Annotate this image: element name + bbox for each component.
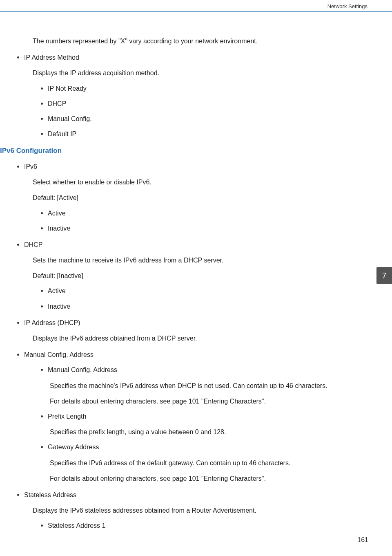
ipv6-default: Default: [Active] bbox=[33, 193, 368, 202]
dhcp-opt-0: Active bbox=[48, 286, 66, 296]
bullet-stateless: Stateless Address bbox=[17, 490, 368, 500]
stateless-title: Stateless Address bbox=[24, 490, 76, 500]
bullet-manual-sub2: Prefix Length bbox=[41, 412, 368, 421]
manual-sub3-p1: Specifies the IPv6 address of the defaul… bbox=[50, 458, 368, 468]
bullet-dot-icon bbox=[17, 322, 19, 324]
ip-dhcp-title: IP Address (DHCP) bbox=[24, 318, 80, 327]
manual-sub2-title: Prefix Length bbox=[48, 412, 86, 421]
bullet-dot-icon bbox=[17, 56, 19, 58]
ip-method-opt-2: Manual Config. bbox=[48, 114, 92, 123]
bullet-dot-icon bbox=[41, 212, 43, 214]
bullet-manual: Manual Config. Address bbox=[17, 350, 368, 359]
bullet-dot-icon bbox=[41, 446, 43, 448]
page-body: The numbers represented by "X" vary acco… bbox=[0, 31, 392, 530]
manual-sub1-p1: Specifies the machine's IPv6 address whe… bbox=[50, 381, 368, 390]
bullet-manual-sub3: Gateway Address bbox=[41, 442, 368, 452]
ip-method-opt-0: IP Not Ready bbox=[48, 84, 87, 93]
manual-title: Manual Config. Address bbox=[24, 350, 94, 359]
stateless-desc: Displays the IPv6 stateless addresses ob… bbox=[33, 506, 368, 515]
page-number: 161 bbox=[357, 536, 368, 544]
bullet-manual-sub1: Manual Config. Address bbox=[41, 365, 368, 374]
manual-sub1-p2: For details about entering characters, s… bbox=[50, 397, 368, 406]
stateless-sub-0: Stateless Address 1 bbox=[48, 521, 105, 530]
bullet-dot-icon bbox=[41, 118, 43, 120]
ip-dhcp-desc: Displays the IPv6 address obtained from … bbox=[33, 334, 368, 343]
bullet-dot-icon bbox=[41, 133, 43, 135]
bullet-ip-address-method: IP Address Method bbox=[17, 53, 368, 62]
manual-sub1-title: Manual Config. Address bbox=[48, 365, 117, 374]
ipv6-desc: Select whether to enable or disable IPv6… bbox=[33, 177, 368, 187]
list-item: IP Not Ready bbox=[41, 84, 368, 93]
bullet-dot-icon bbox=[17, 166, 19, 168]
bullet-ip-dhcp: IP Address (DHCP) bbox=[17, 318, 368, 327]
header-rule bbox=[0, 11, 392, 12]
list-item: Inactive bbox=[41, 224, 368, 233]
ip-method-title: IP Address Method bbox=[24, 53, 79, 62]
dhcp-desc: Sets the machine to receive its IPv6 add… bbox=[33, 256, 368, 265]
running-header: Network Settings bbox=[327, 3, 368, 9]
ip-method-opt-1: DHCP bbox=[48, 99, 66, 108]
list-item: DHCP bbox=[41, 99, 368, 108]
bullet-dot-icon bbox=[41, 227, 43, 229]
manual-sub3-title: Gateway Address bbox=[48, 442, 99, 452]
manual-sub3-p2: For details about entering characters, s… bbox=[50, 474, 368, 483]
ip-method-opt-3: Default IP bbox=[48, 129, 76, 139]
list-item: Stateless Address 1 bbox=[41, 521, 368, 530]
bullet-dot-icon bbox=[41, 305, 43, 307]
list-item: Active bbox=[41, 286, 368, 296]
bullet-dot-icon bbox=[17, 494, 19, 496]
list-item: Manual Config. bbox=[41, 114, 368, 123]
list-item: Default IP bbox=[41, 129, 368, 139]
ipv6-opt-1: Inactive bbox=[48, 224, 70, 233]
ipv6-title: IPv6 bbox=[24, 162, 37, 171]
bullet-dot-icon bbox=[41, 525, 43, 527]
bullet-ipv6: IPv6 bbox=[17, 162, 368, 171]
dhcp-default: Default: [Inactive] bbox=[33, 271, 368, 280]
ip-method-desc: Displays the IP address acquisition meth… bbox=[33, 68, 368, 78]
ipv6-heading: IPv6 Configuration bbox=[0, 146, 368, 156]
intro-paragraph: The numbers represented by "X" vary acco… bbox=[33, 36, 368, 46]
manual-sub2-p1: Specifies the prefix length, using a val… bbox=[50, 427, 368, 437]
bullet-dot-icon bbox=[41, 369, 43, 371]
bullet-dot-icon bbox=[41, 290, 43, 292]
bullet-dhcp: DHCP bbox=[17, 240, 368, 249]
bullet-dot-icon bbox=[41, 103, 43, 105]
list-item: Inactive bbox=[41, 302, 368, 311]
ipv6-opt-0: Active bbox=[48, 208, 66, 218]
list-item: Active bbox=[41, 208, 368, 218]
bullet-dot-icon bbox=[41, 415, 43, 417]
dhcp-title: DHCP bbox=[24, 240, 42, 249]
bullet-dot-icon bbox=[41, 87, 43, 90]
dhcp-opt-1: Inactive bbox=[48, 302, 70, 311]
bullet-dot-icon bbox=[17, 354, 19, 356]
bullet-dot-icon bbox=[17, 244, 19, 246]
